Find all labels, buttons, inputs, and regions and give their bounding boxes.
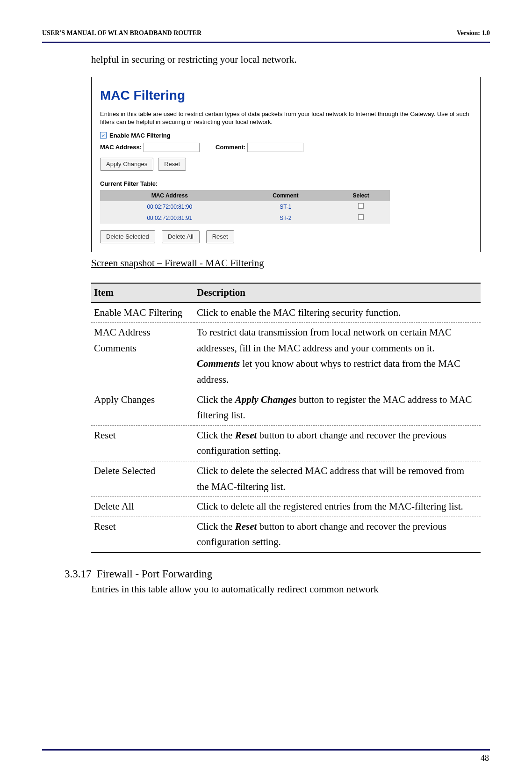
item-cell: Delete Selected [91, 461, 194, 496]
desc-cell: Click to enable the MAC filtering securi… [194, 303, 481, 323]
item-cell: Reset [91, 425, 194, 461]
section-heading: 3.3.17 Firewall - Port Forwarding [65, 566, 490, 583]
desc-cell: Click the Reset button to abort change a… [194, 425, 481, 461]
cell-mac: 00:02:72:00:81:91 [100, 212, 239, 224]
th-select: Select [332, 190, 390, 201]
delete-selected-button[interactable]: Delete Selected [100, 230, 155, 243]
mac-address-input[interactable] [144, 143, 200, 152]
item-cell: Apply Changes [91, 390, 194, 425]
desc-cell: Click to delete all the registered entri… [194, 497, 481, 517]
th-description: Description [194, 283, 481, 303]
page-number: 48 [481, 752, 489, 765]
screenshot-panel: MAC Filtering Entries in this table are … [91, 77, 481, 252]
screenshot-title: MAC Filtering [100, 86, 472, 105]
check-icon[interactable]: ✓ [100, 132, 107, 139]
desc-cell: Click the Apply Changes button to regist… [194, 390, 481, 425]
filter-table-label: Current Filter Table: [100, 179, 472, 189]
screenshot-desc: Entries in this table are used to restri… [100, 110, 472, 126]
mac-address-label: MAC Address: [100, 143, 142, 152]
footer-rule [42, 749, 490, 751]
screenshot-caption: Screen snapshot – Firewall - MAC Filteri… [91, 256, 481, 271]
description-table: Item Description Enable MAC Filtering Cl… [91, 283, 481, 553]
desc-cell: Click to delete the selected MAC address… [194, 461, 481, 496]
header-left: USER'S MANUAL OF WLAN BROADBAND ROUTER [42, 28, 201, 38]
comment-label: Comment: [216, 143, 245, 152]
header-right: Version: 1.0 [457, 28, 490, 38]
apply-changes-button[interactable]: Apply Changes [100, 158, 153, 171]
reset-button[interactable]: Reset [158, 158, 186, 171]
cell-comment: ST-1 [239, 201, 332, 212]
intro-text: helpful in securing or restricting your … [91, 52, 481, 67]
reset-button-2[interactable]: Reset [206, 230, 234, 243]
select-checkbox[interactable] [358, 203, 364, 209]
filter-table: MAC Address Comment Select 00:02:72:00:8… [100, 190, 390, 224]
item-cell: Delete All [91, 497, 194, 517]
item-cell: Enable MAC Filtering [91, 303, 194, 323]
cell-mac: 00:02:72:00:81:90 [100, 201, 239, 212]
th-mac: MAC Address [100, 190, 239, 201]
select-checkbox[interactable] [358, 214, 364, 220]
cell-comment: ST-2 [239, 212, 332, 224]
desc-cell: Click the Reset button to abort change a… [194, 517, 481, 553]
th-comment: Comment [239, 190, 332, 201]
section-body: Entries in this table allow you to autom… [91, 582, 490, 597]
th-item: Item [91, 283, 194, 303]
table-row: 00:02:72:00:81:90 ST-1 [100, 201, 390, 212]
header-rule [42, 42, 490, 43]
table-row: 00:02:72:00:81:91 ST-2 [100, 212, 390, 224]
desc-cell: To restrict data transmission from local… [194, 323, 481, 390]
comment-input[interactable] [247, 143, 303, 152]
delete-all-button[interactable]: Delete All [162, 230, 200, 243]
item-cell: MAC Address Comments [91, 323, 194, 390]
item-cell: Reset [91, 517, 194, 553]
enable-mac-label: Enable MAC Filtering [109, 131, 171, 140]
